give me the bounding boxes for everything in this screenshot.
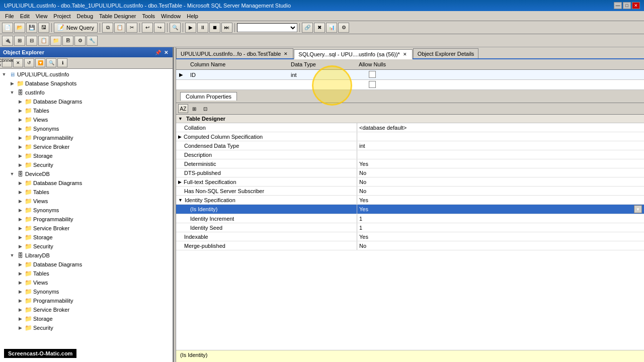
tab-sqlquery-close[interactable]: ✕ xyxy=(402,51,408,57)
menu-file[interactable]: File xyxy=(2,12,17,20)
prop-value-has-non-sql[interactable]: No xyxy=(357,187,644,195)
tree-devicedb[interactable]: ▼ 🗄 DeviceDB xyxy=(0,169,173,178)
is-identity-dropdown[interactable]: ▼ xyxy=(634,205,642,213)
prop-value-fulltext[interactable]: No xyxy=(357,177,644,186)
prop-value-condensed-type[interactable]: int xyxy=(357,141,644,150)
run-btn[interactable]: ▶ xyxy=(185,23,196,33)
save-all-btn[interactable]: 🖫 xyxy=(38,23,49,33)
tb2-btn2[interactable]: ⊞ xyxy=(14,36,25,46)
null-checkbox-id[interactable] xyxy=(369,71,376,78)
tb2-btn3[interactable]: ⊟ xyxy=(26,36,37,46)
prop-value-computed[interactable] xyxy=(357,132,644,141)
save-btn[interactable]: 💾 xyxy=(26,23,37,33)
prop-row-identity-seed[interactable]: Identity Seed 1 xyxy=(176,223,644,232)
tree-custinfo-synonyms[interactable]: ▶📁Synonyms xyxy=(0,124,173,133)
e21[interactable]: ▶ xyxy=(16,297,24,305)
tree-librarydb-expander[interactable]: ▼ xyxy=(8,251,16,259)
tree-devicedb-synonyms[interactable]: ▶📁Synonyms xyxy=(0,206,173,215)
e14[interactable]: ▶ xyxy=(16,224,24,232)
e6[interactable]: ▶ xyxy=(16,143,24,151)
tb2-btn6[interactable]: 🖹 xyxy=(62,36,73,46)
disconnect-btn[interactable]: ✖ xyxy=(314,23,325,33)
step-btn[interactable]: ⏭ xyxy=(221,23,232,33)
e10[interactable]: ▶ xyxy=(16,188,24,196)
e18[interactable]: ▶ xyxy=(16,269,24,278)
menu-table-designer[interactable]: Table Designer xyxy=(96,12,139,20)
e7[interactable]: ▶ xyxy=(16,152,24,160)
e8[interactable]: ▶ xyxy=(16,161,24,169)
e9[interactable]: ▶ xyxy=(16,179,24,187)
tree-devicedb-prog[interactable]: ▶📁Programmability xyxy=(0,215,173,224)
copy-btn[interactable]: ⧉ xyxy=(102,23,113,33)
tree-custinfo-storage[interactable]: ▶📁Storage xyxy=(0,151,173,160)
e22[interactable]: ▶ xyxy=(16,306,24,314)
tb2-btn7[interactable]: ⚙ xyxy=(74,36,86,46)
prop-row-deterministic[interactable]: Deterministic Yes xyxy=(176,159,644,168)
prop-row-dts-published[interactable]: DTS-published No xyxy=(176,168,644,177)
e12[interactable]: ▶ xyxy=(16,206,24,214)
e13[interactable]: ▶ xyxy=(16,215,24,223)
props-sort-cat-btn[interactable]: ⊞ xyxy=(189,104,199,113)
redo-btn[interactable]: ↪ xyxy=(154,23,165,33)
oe-filter-btn[interactable]: 🔽 xyxy=(35,58,45,67)
e23[interactable]: ▶ xyxy=(16,315,24,323)
tree-librarydb-storage[interactable]: ▶📁Storage xyxy=(0,314,173,323)
e19[interactable]: ▶ xyxy=(16,279,24,287)
new-query-button[interactable]: 📝 New Query xyxy=(54,23,98,33)
prop-value-identity-seed[interactable]: 1 xyxy=(357,223,644,232)
e20[interactable]: ▶ xyxy=(16,288,24,296)
designer-row-empty[interactable] xyxy=(176,80,644,90)
props-section-table-designer[interactable]: ▼ Table Designer xyxy=(176,115,644,123)
options-btn[interactable]: ⚙ xyxy=(338,23,349,33)
tree-custinfo-security[interactable]: ▶📁Security xyxy=(0,160,173,169)
results-btn[interactable]: 📊 xyxy=(326,23,337,33)
cell-col-null-id[interactable] xyxy=(352,71,392,79)
e1[interactable]: ▶ xyxy=(16,98,24,106)
undo-btn[interactable]: ↩ xyxy=(142,23,153,33)
e5[interactable]: ▶ xyxy=(16,134,24,142)
e17[interactable]: ▶ xyxy=(16,260,24,268)
tree-librarydb-prog[interactable]: ▶📁Programmability xyxy=(0,296,173,305)
tb2-btn1[interactable]: 🔌 xyxy=(2,36,13,46)
tab-testtable[interactable]: UPUL\UPUL.custInfo...fo - dbo.TestTable … xyxy=(176,48,293,58)
tree-custinfo-db[interactable]: ▼ 🗄 custInfo xyxy=(0,88,173,97)
tree-devicedb-storage[interactable]: ▶📁Storage xyxy=(0,233,173,242)
tree-custinfo-prog[interactable]: ▶📁Programmability xyxy=(0,133,173,142)
props-sort-alpha-btn[interactable]: AZ xyxy=(178,104,188,113)
search-btn[interactable]: 🔍 xyxy=(170,23,181,33)
tree-custinfo-servicebroker[interactable]: ▶📁Service Broker xyxy=(0,142,173,151)
cell-col-null-empty[interactable] xyxy=(352,81,392,89)
prop-value-identity-spec[interactable]: Yes xyxy=(357,196,644,204)
tree-librarydb[interactable]: ▼ 🗄 LibraryDB xyxy=(0,251,173,260)
tree-librarydb-servicebroker[interactable]: ▶📁Service Broker xyxy=(0,305,173,314)
paste-btn[interactable]: 📋 xyxy=(114,23,125,33)
tree-devicedb-diagrams[interactable]: ▶📁Database Diagrams xyxy=(0,178,173,188)
prop-value-merge-published[interactable]: No xyxy=(357,241,644,250)
prop-value-deterministic[interactable]: Yes xyxy=(357,159,644,168)
fulltext-expand-icon[interactable]: ▶ xyxy=(178,179,182,185)
tree-devicedb-views[interactable]: ▶📁Views xyxy=(0,197,173,206)
prop-row-computed[interactable]: ▶Computed Column Specification xyxy=(176,132,644,141)
tb2-btn8[interactable]: 🔧 xyxy=(87,36,98,46)
connect-btn[interactable]: 🔗 xyxy=(302,23,313,33)
prop-row-condensed-type[interactable]: Condensed Data Type int xyxy=(176,141,644,150)
tree-server[interactable]: ▼ 🖥 UPUL\UPUL.custInfo xyxy=(0,70,173,79)
prop-row-collation[interactable]: Collation <database default> xyxy=(176,123,644,132)
tree-librarydb-diagrams[interactable]: ▶📁Database Diagrams xyxy=(0,260,173,269)
cell-col-name-id[interactable]: ID xyxy=(186,72,287,78)
e24[interactable]: ▶ xyxy=(16,324,24,332)
new-btn[interactable]: 📄 xyxy=(2,23,13,33)
prop-row-identity-increment[interactable]: Identity Increment 1 xyxy=(176,214,644,223)
prop-value-collation[interactable]: <database default> xyxy=(357,123,644,132)
prop-row-indexable[interactable]: Indexable Yes xyxy=(176,232,644,241)
prop-value-is-identity[interactable]: Yes ▼ xyxy=(357,205,644,214)
stop-btn[interactable]: ⏹ xyxy=(209,23,220,33)
tree-devicedb-servicebroker[interactable]: ▶📁Service Broker xyxy=(0,224,173,233)
e3[interactable]: ▶ xyxy=(16,116,24,124)
prop-row-fulltext[interactable]: ▶Full-text Specification No xyxy=(176,177,644,187)
prop-row-identity-spec[interactable]: ▼Identity Specification Yes xyxy=(176,196,644,205)
menu-project[interactable]: Project xyxy=(50,12,73,20)
e4[interactable]: ▶ xyxy=(16,125,24,133)
prop-value-description[interactable] xyxy=(357,150,644,159)
designer-row-id[interactable]: ▶ ID int xyxy=(176,70,644,80)
